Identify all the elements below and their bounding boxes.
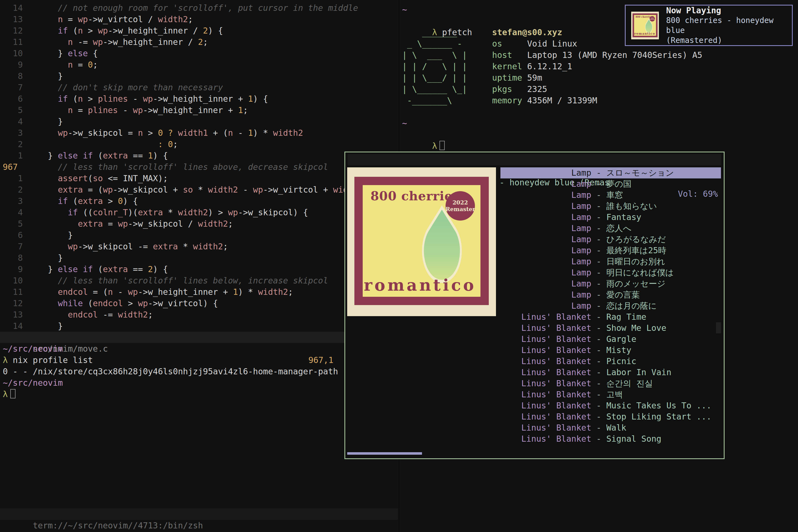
shell-line: λ nix profile list [0, 355, 398, 366]
playlist[interactable]: Lamp - スロ～モ～ションLamp - 夢の国Lamp - 車窓Lamp -… [500, 167, 721, 444]
track-row[interactable]: Linus' Blanket - Show Me Love [500, 323, 721, 334]
track-row[interactable]: Lamp - 愛の言葉 [500, 289, 721, 300]
track-row[interactable]: Lamp - 恋は月の蔭に [500, 300, 721, 311]
shell-line: 0 - - /nix/store/cq3cx86h28j0y46ls0nhjzj… [0, 366, 398, 377]
track-row[interactable]: Linus' Blanket - Picnic [500, 356, 721, 367]
terminal-cursor [10, 389, 16, 398]
code-line: 4 } [0, 116, 398, 127]
notification-line2: (Remastered) [666, 36, 792, 45]
code-line: 11 n -= wp->w_height_inner / 2; [0, 36, 398, 48]
code-line: 1 assert(so <= INT_MAX); [0, 173, 398, 184]
track-row[interactable]: Lamp - 恋人へ [500, 223, 721, 234]
pfetch-row: | \______ \_|pkgs2325 [402, 83, 798, 95]
code-line: 10 } else { [0, 48, 398, 59]
pfetch-row: | | / \ | |kernel6.12.12_1 [402, 61, 798, 72]
code-line: 8 } [0, 252, 398, 264]
now-playing-notification[interactable]: 800 cherries 2022 Remaster romantico Now… [625, 5, 793, 46]
pfetch-row: | | \___/ | |uptime59m [402, 72, 798, 83]
terminal-cursor [439, 141, 445, 150]
shell-line: ~/src/neovim [0, 343, 398, 355]
prompt-lambda-icon: λ [432, 141, 437, 151]
code-line: 4 if ((colnr_T)(extra * width2) > wp->w_… [0, 207, 398, 218]
track-row[interactable]: Linus' Blanket - Misty [500, 345, 721, 356]
code-line: 7 wp->w_skipcol -= extra * width2; [0, 241, 398, 252]
track-row[interactable]: Lamp - Fantasy [500, 212, 721, 223]
track-row[interactable]: Linus' Blanket - Signal Song [500, 433, 721, 444]
code-line: 8 } [0, 70, 398, 82]
track-row[interactable]: Linus' Blanket - Labor In Vain [500, 367, 721, 378]
pfetch-row: | \ ___ \ |hostLaptop 13 (AMD Ryzen 7040… [402, 49, 798, 61]
code-line: 7 // don't skip more than necessary [0, 82, 398, 93]
track-row[interactable]: Lamp - 明日になれば僕は [500, 267, 721, 278]
statusline-buffer-name: term://~/src/neovim//4713:/bin/zsh [30, 521, 203, 530]
terminal-statusline: term://~/src/neovim//4713:/bin/zsh 14,3-… [0, 509, 398, 520]
code-line: 9 n = 0; [0, 59, 398, 70]
desktop: 14 // not enough room for 'scrolloff', p… [0, 0, 798, 532]
code-line: 6 if (n > plines - wp->w_height_inner + … [0, 93, 398, 104]
track-row[interactable]: Lamp - 最終列車は25時 [500, 245, 721, 256]
code-line: 10 // less than 'scrolloff' lines below,… [0, 275, 398, 286]
track-row[interactable]: Lamp - 夢の国 [500, 178, 721, 190]
track-row[interactable]: Linus' Blanket - Rag Time [500, 311, 721, 323]
notification-text: Now Playing 800 cherries - honeydew blue… [666, 5, 792, 45]
code-line: 13 n = wp->w_virtcol / width2; [0, 14, 398, 25]
left-terminal-window[interactable]: 14 // not enough room for 'scrolloff', p… [0, 0, 398, 532]
track-row[interactable]: Linus' Blanket - 고백 [500, 389, 721, 400]
code-line: 12 while (endcol > wp->w_virtcol) { [0, 298, 398, 309]
code-line: 1 } else if (extra == 1) { [0, 150, 398, 161]
code-line: 5 extra = wp->w_skipcol / width2; [0, 218, 398, 229]
notification-line1: 800 cherries - honeydew blue [666, 16, 792, 36]
track-row[interactable]: Lamp - ひろがるなみだ [500, 234, 721, 245]
editor-buffer[interactable]: 14 // not enough room for 'scrolloff', p… [0, 2, 398, 332]
code-line: 3 wp->w_skipcol = n > 0 ? width1 + (n - … [0, 127, 398, 138]
code-line: 11 endcol = (n - wp->w_height_inner + 1)… [0, 286, 398, 298]
track-row[interactable]: Lamp - 車窓 [500, 190, 721, 201]
track-row[interactable]: Linus' Blanket - Walk [500, 422, 721, 433]
shell-tilde: ~ [402, 5, 407, 14]
playback-progress-bar[interactable] [347, 452, 422, 455]
track-row[interactable]: Lamp - 誰も知らない [500, 201, 721, 212]
track-row-selected[interactable]: Lamp - スロ～モ～ション [500, 167, 721, 178]
album-title-text: romantico [364, 276, 476, 294]
track-row[interactable]: Linus' Blanket - Stop Liking Start ... [500, 411, 721, 422]
code-line: 14 // not enough room for 'scrolloff', p… [0, 2, 398, 14]
album-art-thumbnail: 800 cherries 2022 Remaster romantico [631, 12, 659, 39]
shell-line: λ [0, 388, 398, 400]
player-header: [Playing] herries - honeydew blue (Remas… [348, 154, 721, 166]
code-line: 14 } [0, 320, 398, 332]
notification-title: Now Playing [666, 5, 792, 16]
track-row[interactable]: Linus' Blanket - 순간의 진실 [500, 378, 721, 389]
code-line: 9 } else if (extra == 2) { [0, 264, 398, 275]
code-line: 5 n = plines - wp->w_height_inner + 1; [0, 104, 398, 116]
track-row[interactable]: Lamp - 日曜日のお別れ [500, 256, 721, 267]
code-line: 12 if (n > wp->w_height_inner / 2) { [0, 25, 398, 36]
shell-tilde: ~ [402, 118, 407, 128]
code-line: 2 extra = (wp->w_skipcol + so * width2 -… [0, 184, 398, 195]
terminal-buffer[interactable]: ~/src/neovimλ nix profile list0 - - /nix… [0, 343, 398, 400]
album-art-large: 800 cherries 2022 Remaster romantico [347, 167, 496, 316]
code-line: 967 // less than 'scrolloff' lines above… [0, 161, 398, 173]
code-line: 2 : 0; [0, 138, 398, 150]
code-line: 6 } [0, 229, 398, 241]
pfetch-row: -_______\memory4356M / 31399M [402, 95, 798, 106]
code-line: 13 endcol -= width2; [0, 309, 398, 320]
shell-line: ~/src/neovim [0, 377, 398, 388]
track-row[interactable]: Lamp - 雨のメッセージ [500, 278, 721, 289]
track-row[interactable]: Linus' Blanket - Music Takes Us To ... [500, 400, 721, 411]
track-row[interactable]: Linus' Blanket - Gargle [500, 334, 721, 345]
playlist-scrollbar-thumb[interactable] [716, 322, 721, 333]
editor-statusline: src/nvim/move.c 967,1 [0, 332, 398, 343]
code-line: 3 if (extra > 0) { [0, 195, 398, 207]
blank-row [402, 106, 798, 117]
music-player-window[interactable]: [Playing] herries - honeydew blue (Remas… [344, 152, 725, 459]
